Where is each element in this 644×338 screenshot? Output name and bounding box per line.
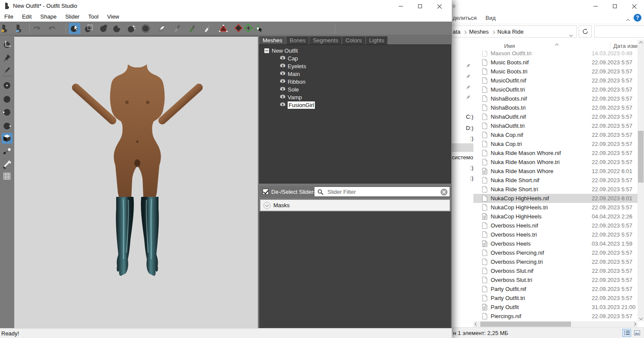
file-row[interactable]: NukaCop HighHeels04.04.2023 2:26 — [473, 212, 644, 221]
os-close-button[interactable] — [430, 0, 449, 12]
mesh-item-main[interactable]: Main — [279, 70, 300, 78]
file-row[interactable]: Overboss Piercing.nif22.09.2023 5:57 — [473, 248, 644, 257]
alpha-brush-button[interactable] — [202, 23, 213, 34]
tab-lights[interactable]: Lights — [366, 36, 388, 44]
file-row[interactable]: Overboss Heels03.04.2023 1:59 — [473, 239, 644, 248]
file-row[interactable]: Nuka Ride Mason Whore.nif22.09.2023 5:57 — [473, 148, 644, 158]
os-maximize-button[interactable] — [410, 0, 430, 12]
file-row[interactable]: Overboss Slut.tri22.09.2023 5:57 — [473, 275, 644, 284]
file-row[interactable]: Nuka Ride Short.tri22.09.2023 5:57 — [473, 185, 644, 194]
redo-button[interactable] — [46, 23, 58, 34]
scroll-down-icon[interactable] — [638, 315, 644, 321]
file-row[interactable]: Party Outfit.tri22.09.2023 5:57 — [473, 294, 644, 303]
scroll-up-icon[interactable] — [638, 40, 644, 46]
grid-mode-button[interactable] — [2, 171, 13, 182]
horizontal-scrollbar[interactable] — [473, 321, 638, 327]
refresh-button[interactable] — [579, 25, 592, 38]
explorer-search-input[interactable] — [594, 25, 644, 38]
menu-slider[interactable]: Slider — [61, 12, 84, 22]
mask-brush-button[interactable] — [83, 23, 95, 34]
deselect-sliders-checkbox[interactable] — [263, 189, 269, 195]
file-row[interactable]: Nuka Cop.tri22.09.2023 5:57 — [473, 139, 644, 148]
collapse-icon[interactable] — [264, 48, 269, 53]
scroll-right-icon[interactable] — [631, 321, 638, 327]
scroll-left-icon[interactable] — [473, 321, 479, 327]
mesh-item-eyelets[interactable]: Eyelets — [279, 62, 306, 70]
move-brush-button[interactable] — [140, 23, 152, 34]
file-row[interactable]: NishaBoots.tri22.09.2023 5:57 — [473, 103, 644, 112]
mesh-item-ribbon[interactable]: Ribbon — [279, 78, 305, 85]
mesh-item-sole[interactable]: Sole — [279, 85, 299, 93]
nav-item[interactable] — [452, 143, 473, 152]
file-row[interactable]: Nuka Cop.nif22.09.2023 5:57 — [473, 130, 644, 139]
breadcrumb-ata[interactable]: ata — [453, 28, 460, 35]
explorer-close-button[interactable] — [625, 0, 644, 12]
column-header-name[interactable]: Имя — [504, 43, 515, 49]
vertical-scrollbar[interactable] — [638, 40, 644, 321]
thumbnail-view-button[interactable] — [633, 329, 641, 337]
visibility-eye-icon[interactable] — [279, 86, 288, 93]
expand-masks-icon[interactable] — [263, 202, 270, 209]
color-brush-button[interactable] — [187, 23, 198, 34]
breadcrumb-meshes[interactable]: Meshes — [469, 28, 489, 35]
file-row[interactable]: Nuka Ride Mason Whore12.09.2022 6:01 — [473, 167, 644, 176]
menu-view[interactable]: View — [103, 12, 124, 22]
3d-viewport[interactable] — [14, 36, 258, 328]
visibility-eye-icon[interactable] — [279, 55, 288, 62]
nav-item[interactable]: D:) — [452, 123, 473, 132]
brush-solid-button[interactable] — [2, 94, 13, 105]
file-row[interactable]: Music Boots.tri22.09.2023 5:57 — [473, 67, 644, 76]
tab-segments[interactable]: Segments — [309, 36, 342, 44]
file-row[interactable]: Nuka Ride Short.nif22.09.2023 5:57 — [473, 176, 644, 185]
new-project-button[interactable] — [0, 23, 10, 34]
file-row[interactable]: NukaCop HighHeels.tri22.09.2023 5:57 — [473, 203, 644, 212]
file-row[interactable]: Maxson Outfit.tri14.03.2023 0:49 — [473, 51, 644, 58]
tab-colors[interactable]: Colors — [342, 36, 366, 44]
slider-filter-input[interactable]: Slider Filter — [314, 186, 450, 197]
horizontal-scroll-thumb[interactable] — [480, 322, 571, 327]
file-row[interactable]: NishaBoots.nif22.09.2023 5:57 — [473, 94, 644, 103]
explorer-minimize-button[interactable] — [586, 0, 605, 12]
file-row[interactable]: Overboss Piercing.tri22.09.2023 5:57 — [473, 257, 644, 266]
deflate-brush-button[interactable] — [111, 23, 123, 34]
help-icon[interactable]: ? — [634, 14, 641, 22]
clear-filter-icon[interactable] — [441, 189, 447, 196]
load-project-button[interactable] — [13, 23, 25, 34]
tab-meshes[interactable]: Meshes — [259, 36, 286, 44]
file-row[interactable]: NukaCop HighHeels.nif22.09.2023 6:01 — [473, 194, 644, 203]
file-row[interactable]: Party Outfit.nif22.09.2023 5:57 — [473, 284, 644, 294]
address-dropdown-icon[interactable] — [570, 31, 572, 38]
mesh-item-fusiongirl[interactable]: FusionGirl — [279, 101, 315, 109]
pencil-tool-button[interactable] — [2, 65, 13, 76]
file-row[interactable]: Music Boots.nif22.09.2023 5:57 — [473, 58, 644, 67]
axes-tool-button[interactable] — [2, 39, 13, 50]
explorer-maximize-button[interactable] — [605, 0, 625, 12]
visibility-eye-icon[interactable] — [279, 79, 288, 85]
file-row[interactable]: Overboss Heels.tri22.09.2023 5:57 — [473, 230, 644, 239]
file-row[interactable]: Overboss Heels.nif22.09.2023 5:57 — [473, 221, 644, 230]
file-row[interactable]: MusicOutfit.nif22.09.2023 5:57 — [473, 76, 644, 85]
menu-shape[interactable]: Shape — [36, 12, 61, 22]
visibility-eye-icon[interactable] — [279, 71, 288, 77]
explorer-nav-pane[interactable]: C:)D:):)системо:):) — [452, 40, 473, 321]
mesh-item-vamp[interactable]: Vamp — [279, 93, 302, 101]
weight-brush-button[interactable] — [171, 23, 183, 34]
eraser-brush-button[interactable] — [156, 23, 168, 34]
breadcrumb[interactable]: ataMeshesNuka Ride — [453, 28, 523, 35]
ribbon-collapse-icon[interactable] — [627, 17, 629, 23]
bone-mode-button[interactable] — [2, 159, 13, 170]
visibility-eye-icon[interactable] — [279, 102, 288, 108]
nav-item[interactable]: C:) — [452, 112, 473, 121]
file-row[interactable]: Nuka Ride Mason Whore.tri22.09.2023 5:57 — [473, 158, 644, 167]
collision-brush-button[interactable] — [218, 23, 229, 34]
details-view-button[interactable] — [622, 329, 631, 337]
tree-root-new-outfit[interactable]: New Outfit — [264, 47, 298, 54]
nav-item[interactable]: :) — [452, 174, 473, 182]
nav-item[interactable]: :) — [452, 163, 473, 172]
breadcrumb-nuka-ride[interactable]: Nuka Ride — [498, 28, 524, 35]
file-row[interactable]: NishaOutfit.tri22.09.2023 5:57 — [473, 121, 644, 130]
explorer-titlebar[interactable]: e — [452, 0, 644, 12]
masks-accordion-header[interactable]: Masks — [260, 199, 450, 211]
tab-bones[interactable]: Bones — [286, 36, 310, 44]
select-tool-button[interactable] — [69, 23, 80, 34]
